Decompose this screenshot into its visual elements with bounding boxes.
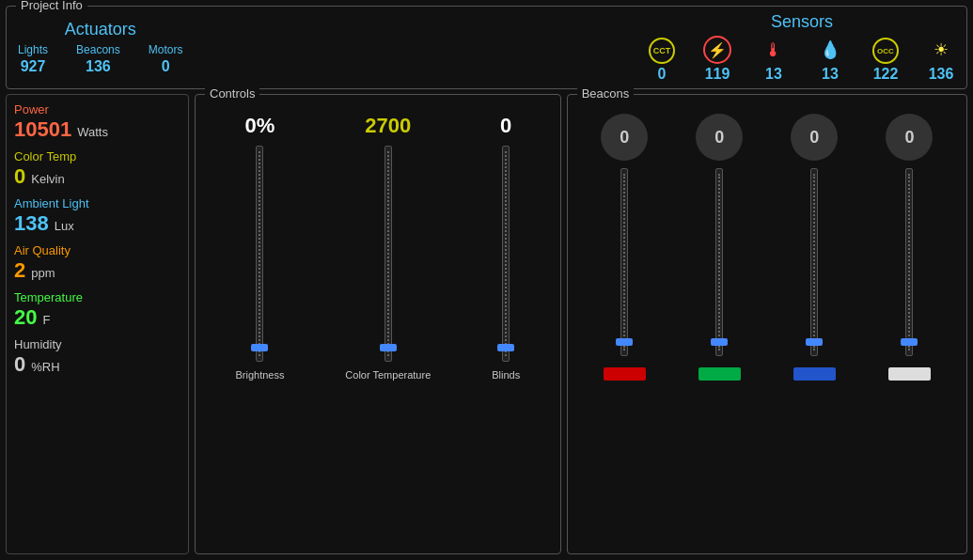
temperature-value: 20 [14,305,37,330]
power-label: Power [14,102,180,117]
sensor-occ: OCC 122 [872,38,899,83]
control-colortemp: 2700 Color Temperature [345,114,431,381]
beacon-green: 0 [696,114,743,381]
beacon-blue-thumb[interactable] [806,338,823,346]
ambient-unit: Lux [55,219,74,233]
control-brightness: 0% Brightness [235,114,284,381]
sensor-sun: ☀ 136 [927,36,955,83]
temperature-value-row: 20 F [14,305,180,330]
thermometer-icon: 🌡 [760,36,788,64]
colortemp-thumb[interactable] [380,344,397,351]
stat-power: Power 10501 Watts [14,102,180,142]
blinds-dots [505,151,507,356]
beacon-blue-track[interactable] [810,168,818,356]
beacon-red-slider-container[interactable] [620,168,628,356]
colortemp-track[interactable] [384,146,392,362]
beacon-green-slider-container[interactable] [715,168,723,356]
sensor-bolt: ⚡ 119 [703,36,731,83]
blinds-slider-container[interactable] [502,146,510,362]
cct-icon: CCT [649,38,675,64]
beacon-green-circle: 0 [696,114,743,161]
beacon-blue-bar [793,367,836,381]
sun-icon: ☀ [927,36,955,64]
actuator-lights: Lights 927 [18,43,48,75]
beacon-white-track[interactable] [905,168,913,356]
beacons-label: Beacons [577,86,635,101]
sensors-title: Sensors [771,12,833,32]
control-blinds: 0 Blinds [492,114,520,381]
beacon-green-dots [718,174,720,350]
sensor-bolt-value: 119 [705,66,730,83]
beacon-white-thumb[interactable] [901,338,918,346]
colortemp-ctrl-value: 2700 [365,114,411,138]
temperature-unit: F [42,313,50,327]
beacon-green-value: 0 [714,128,724,148]
beacon-white: 0 [886,114,933,381]
brightness-thumb[interactable] [251,344,268,351]
actuator-beacons-label: Beacons [76,43,120,56]
project-info-label: Project Info [16,0,87,12]
actuators-section: Actuators Lights 927 Beacons 136 Motors [18,20,182,75]
colortemp-slider-container[interactable] [384,146,392,362]
main-container: Project Info Actuators Lights 927 Beacon… [0,0,973,560]
project-info-content: Actuators Lights 927 Beacons 136 Motors [18,12,955,83]
temperature-label: Temperature [14,290,180,304]
beacon-white-value: 0 [904,128,914,148]
airquality-value: 2 [14,258,25,283]
beacons-inner: 0 0 [577,104,957,544]
beacon-red-bar [604,367,646,381]
blinds-track[interactable] [502,146,510,362]
actuator-items: Lights 927 Beacons 136 Motors 0 [18,43,182,75]
sensor-sun-value: 136 [929,66,954,83]
beacon-green-bar [698,367,741,381]
sensor-items: CCT 0 ⚡ 119 🌡 13 💧 [649,36,955,83]
ambient-value-row: 138 Lux [14,211,180,236]
actuator-lights-value: 927 [21,58,46,75]
beacon-white-bar [888,367,931,381]
brightness-track[interactable] [256,146,263,362]
brightness-value: 0% [245,114,275,138]
actuator-motors-value: 0 [162,58,170,75]
colortemp-value-row: 0 Kelvin [14,164,180,189]
bolt-icon: ⚡ [703,36,731,64]
beacon-white-circle: 0 [886,114,933,161]
colortemp-value: 0 [14,164,25,189]
airquality-value-row: 2 ppm [14,258,180,283]
stat-humidity: Humidity 0 %RH [14,337,180,377]
actuator-beacons: Beacons 136 [76,43,120,75]
beacon-green-track[interactable] [715,168,723,356]
beacon-blue-circle: 0 [791,114,838,161]
colortemp-label: Color Temp [14,149,180,163]
controls-panel: Controls 0% Brightness 2700 [195,94,561,554]
project-info-panel: Project Info Actuators Lights 927 Beacon… [6,6,967,89]
stat-ambient: Ambient Light 138 Lux [14,196,180,236]
beacon-green-thumb[interactable] [711,338,728,346]
colortemp-unit: Kelvin [31,172,64,186]
sensors-section: Sensors CCT 0 ⚡ 119 🌡 13 [649,12,955,83]
actuator-beacons-value: 136 [86,58,111,75]
beacon-blue-slider-container[interactable] [810,168,818,356]
power-unit: Watts [77,125,108,139]
beacons-panel: Beacons 0 [567,94,967,554]
airquality-unit: ppm [31,266,55,280]
beacon-red: 0 [601,114,648,381]
sensor-occ-value: 122 [873,66,899,83]
sensor-cct: CCT 0 [649,38,675,83]
beacon-red-thumb[interactable] [616,338,633,346]
stat-airquality: Air Quality 2 ppm [14,243,180,283]
brightness-label: Brightness [235,369,284,381]
brightness-slider-container[interactable] [256,146,263,362]
beacon-red-track[interactable] [620,168,628,356]
sensor-thermometer: 🌡 13 [760,36,788,83]
ambient-value: 138 [14,211,49,236]
beacon-blue-dots [813,174,815,350]
beacon-white-dots [908,174,910,350]
beacon-white-slider-container[interactable] [905,168,913,356]
actuators-title: Actuators [65,20,136,39]
airquality-label: Air Quality [14,243,180,257]
blinds-label: Blinds [492,369,520,381]
power-value-row: 10501 Watts [14,117,180,142]
blinds-thumb[interactable] [497,344,514,351]
humidity-label: Humidity [14,337,180,351]
controls-inner: 0% Brightness 2700 [205,104,551,544]
